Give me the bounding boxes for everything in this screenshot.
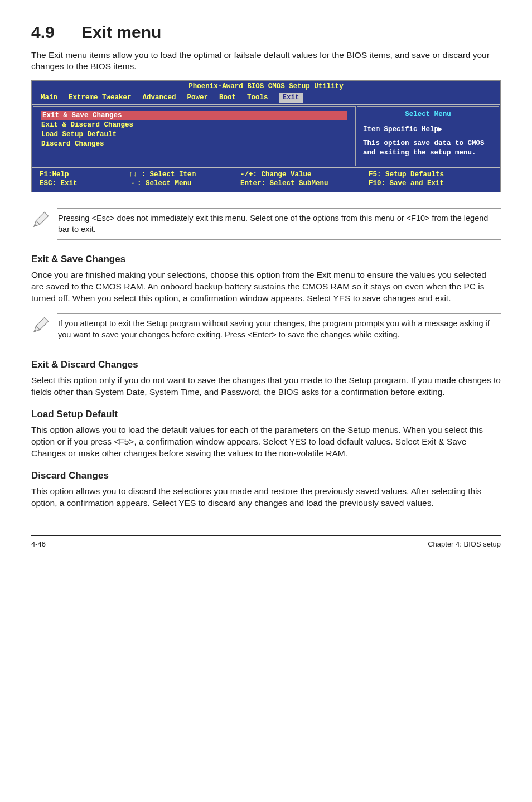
bios-tab-advanced[interactable]: Advanced	[143, 93, 176, 103]
note-esc: Pressing <Esc> does not immediately exit…	[31, 208, 501, 240]
bios-footer-esc: ESC: Exit	[40, 179, 129, 189]
bios-footer-setup-defaults: F5: Setup Defaults	[369, 170, 492, 180]
page-number: 4-46	[31, 539, 46, 549]
bios-title: Phoenix-Award BIOS CMOS Setup Utility	[32, 81, 500, 93]
bios-footer-select-menu: →←: Select Menu	[129, 179, 240, 189]
bios-tab-exit[interactable]: Exit	[279, 93, 303, 103]
bios-item-load-default[interactable]: Load Setup Default	[41, 130, 347, 139]
section-exit-discard-title: Exit & Discard Changes	[31, 359, 501, 371]
bios-tab-main[interactable]: Main	[41, 93, 57, 103]
bios-tab-power[interactable]: Power	[187, 93, 209, 103]
bios-item-help-desc: This option save data to CMOS and exitin…	[363, 139, 493, 158]
section-exit-discard-body: Select this option only if you do not wa…	[31, 375, 501, 398]
bios-tab-extreme-tweaker[interactable]: Extreme Tweaker	[69, 93, 132, 103]
section-discard-body: This option allows you to discard the se…	[31, 486, 501, 509]
page-heading: 4.9Exit menu	[31, 21, 501, 44]
bios-screenshot: Phoenix-Award BIOS CMOS Setup Utility Ma…	[31, 80, 501, 192]
pencil-icon	[31, 208, 57, 232]
note-exit-prompt-text: If you attempt to exit the Setup program…	[57, 313, 501, 345]
bios-footer: F1:Help ↑↓ : Select Item -/+: Change Val…	[32, 168, 500, 192]
bios-footer-help: F1:Help	[40, 170, 129, 180]
bios-right-header: Select Menu	[363, 110, 493, 119]
intro-paragraph: The Exit menu items allow you to load th…	[31, 50, 501, 73]
bios-footer-change-value: -/+: Change Value	[240, 170, 369, 180]
bios-tab-tools[interactable]: Tools	[247, 93, 268, 103]
pencil-icon	[31, 313, 57, 337]
bios-tab-boot[interactable]: Boot	[219, 93, 236, 103]
section-load-default-title: Load Setup Default	[31, 408, 501, 421]
bios-body: Exit & Save Changes Exit & Discard Chang…	[32, 104, 500, 168]
bios-right-panel: Select Menu Item Specific Help▶ This opt…	[357, 106, 499, 166]
bios-menubar: Main Extreme Tweaker Advanced Power Boot…	[32, 93, 500, 104]
section-exit-save-body: Once you are finished making your select…	[31, 269, 501, 305]
note-exit-prompt: If you attempt to exit the Setup program…	[31, 313, 501, 345]
page-footer: 4-46 Chapter 4: BIOS setup	[31, 535, 501, 549]
note-esc-text: Pressing <Esc> does not immediately exit…	[57, 208, 501, 240]
bios-item-discard[interactable]: Discard Changes	[41, 139, 347, 149]
bios-footer-save-exit: F10: Save and Exit	[369, 179, 492, 189]
bios-item-exit-discard[interactable]: Exit & Discard Changes	[41, 120, 347, 130]
bios-left-panel: Exit & Save Changes Exit & Discard Chang…	[33, 106, 356, 166]
bios-item-exit-save[interactable]: Exit & Save Changes	[41, 111, 347, 120]
bios-footer-select-item: ↑↓ : Select Item	[129, 170, 240, 180]
section-exit-save-title: Exit & Save Changes	[31, 253, 501, 266]
bios-footer-select-submenu: Enter: Select SubMenu	[240, 179, 369, 189]
chapter-label: Chapter 4: BIOS setup	[428, 539, 501, 549]
section-discard-title: Discard Changes	[31, 470, 501, 482]
heading-number: 4.9	[31, 21, 81, 44]
section-load-default-body: This option allows you to load the defau…	[31, 424, 501, 460]
bios-item-help-label: Item Specific Help▶	[363, 125, 493, 134]
heading-title: Exit menu	[81, 23, 161, 41]
